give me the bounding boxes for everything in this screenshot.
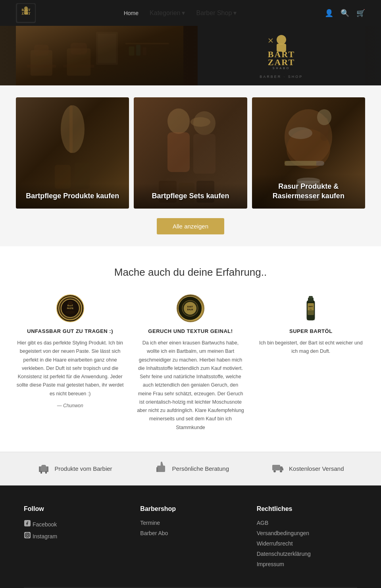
svg-point-3: [24, 6, 28, 10]
hero-barber-background: [16, 26, 183, 85]
svg-rect-10: [63, 65, 94, 68]
hero-logo-right: BART ZART SHABO BARBER · SHOP: [198, 26, 365, 85]
categories-grid: Bartpflege Produkte kaufen: [16, 97, 365, 209]
svg-point-35: [190, 117, 210, 127]
category-label-3: Rasur Produkte & Rasiermesser kaufen: [260, 182, 357, 201]
search-icon[interactable]: 🔍: [341, 9, 349, 17]
cart-icon[interactable]: 🛒: [356, 9, 365, 17]
testimonial-1: BART PASTE UNFASSBAR GUT ZU TRAGEN :) Hi…: [16, 294, 124, 432]
instagram-icon: [24, 532, 31, 539]
svg-rect-68: [47, 466, 48, 472]
footer-widerrufsrecht-link[interactable]: Widerrufsrecht: [257, 540, 357, 547]
svg-point-79: [29, 533, 29, 534]
svg-rect-12: [98, 34, 116, 63]
footer-datenschutz-link[interactable]: Datenschutzerklärung: [257, 551, 357, 557]
nav-barber-shop[interactable]: Barber Shop ▾: [196, 9, 237, 17]
chevron-down-icon: ▾: [182, 9, 185, 17]
category-card-bartpflege-produkte[interactable]: Bartpflege Produkte kaufen: [16, 97, 129, 209]
footer-barber-abo-link[interactable]: Barber Abo: [140, 530, 241, 536]
footer-instagram-link[interactable]: Instagram: [24, 532, 124, 540]
svg-text:PASTE: PASTE: [67, 307, 74, 309]
svg-rect-7: [27, 65, 56, 68]
category-overlay-2: Bartpflege Sets kaufen: [134, 184, 247, 209]
svg-rect-71: [156, 467, 158, 472]
svg-rect-60: [309, 296, 313, 298]
svg-text:BART: BART: [188, 306, 193, 308]
footer-termine-link[interactable]: Termine: [140, 520, 241, 526]
testimonial-product-image-3: BART ÖL: [301, 294, 321, 322]
svg-point-51: [68, 301, 73, 306]
footer-follow-heading: Follow: [24, 505, 124, 513]
testimonials-grid: BART PASTE UNFASSBAR GUT ZU TRAGEN :) Hi…: [16, 294, 365, 432]
testimonial-heading-3: SUPER BARTÖL: [257, 328, 365, 334]
svg-point-17: [277, 35, 286, 44]
feature-beratung-label: Persönliche Beratung: [172, 465, 229, 472]
feature-barbier: Produkte vom Barbier: [37, 461, 112, 476]
svg-rect-69: [40, 471, 42, 474]
category-label-1: Bartpflege Produkte kaufen: [24, 191, 121, 201]
logo-icon: BART ZART: [16, 3, 36, 23]
feature-beratung: Persönliche Beratung: [155, 461, 229, 476]
facebook-icon: [24, 520, 31, 527]
alle-anzeigen-wrapper: Alle anzeigen: [16, 218, 365, 234]
footer: Follow Facebook: [0, 485, 381, 588]
logo[interactable]: BART ZART: [16, 3, 36, 23]
testimonial-product-image-2: BART BALM: [177, 294, 204, 322]
svg-rect-16: [143, 47, 146, 55]
alle-anzeigen-button[interactable]: Alle anzeigen: [157, 218, 224, 234]
footer-barbershop: Barbershop Termine Barber Abo: [140, 505, 241, 571]
svg-rect-15: [136, 44, 140, 56]
testimonial-text-2: Da ich eher einen krausen Bartwuchs habe…: [136, 339, 244, 432]
category-card-bartpflege-sets[interactable]: Bartpflege Sets kaufen: [134, 97, 247, 209]
feature-versand-label: Kostenloser Versand: [289, 465, 344, 472]
footer-rechtliches: Rechtliches AGB Versandbedingungen Wider…: [257, 505, 357, 571]
testimonial-text-1: Hier gibt es das perfekte Styling Produk…: [16, 339, 124, 398]
footer-rechtliches-heading: Rechtliches: [257, 505, 357, 513]
svg-rect-6: [34, 44, 49, 56]
svg-rect-4: [24, 10, 28, 14]
footer-versandbedingungen-link[interactable]: Versandbedingungen: [257, 530, 357, 536]
svg-point-31: [167, 108, 190, 134]
footer-grid: Follow Facebook: [24, 505, 357, 571]
svg-rect-25: [69, 105, 73, 153]
testimonial-text-3: Ich bin begeistert, der Bart ist echt we…: [257, 339, 365, 356]
nav-icons: 👤 🔍 🛒: [325, 9, 365, 17]
testimonial-3: BART ÖL SUPER BARTÖL Ich bin begeistert,…: [257, 294, 365, 432]
footer-facebook-link[interactable]: Facebook: [24, 520, 124, 528]
svg-text:SHABO: SHABO: [273, 67, 291, 70]
categories-section: Bartpflege Produkte kaufen: [0, 85, 381, 246]
nav-kategorien[interactable]: Kategorien ▾: [150, 9, 185, 17]
product-circle-1: BART PASTE: [58, 296, 82, 320]
footer-impressum-link[interactable]: Impressum: [257, 561, 357, 567]
truck-icon: [271, 461, 284, 476]
svg-rect-9: [71, 43, 87, 54]
user-icon[interactable]: 👤: [325, 9, 333, 17]
testimonial-heading-2: GERUCH UND TEXTUR GEINAL!: [136, 328, 244, 334]
testimonial-heading-1: UNFASSBAR GUT ZU TRAGEN :): [16, 328, 124, 334]
svg-text:BART: BART: [309, 306, 314, 308]
svg-rect-13: [125, 43, 169, 44]
category-card-rasur[interactable]: Rasur Produkte & Rasiermesser kaufen: [252, 97, 365, 209]
svg-text:BALM: BALM: [187, 308, 193, 311]
svg-rect-64: [307, 310, 315, 320]
features-bar: Produkte vom Barbier Persönliche Beratun…: [0, 452, 381, 485]
svg-point-74: [280, 470, 282, 472]
svg-rect-67: [39, 466, 40, 472]
nav-home[interactable]: Home: [124, 10, 139, 16]
svg-text:ÖL: ÖL: [310, 308, 312, 310]
svg-rect-66: [41, 465, 46, 468]
chevron-down-icon: ▾: [233, 9, 237, 17]
testimonials-section: Mache auch du deine Erfahrung.. BART PAS…: [0, 246, 381, 452]
nav-links: Home Kategorien ▾ Barber Shop ▾: [124, 9, 237, 17]
footer-follow: Follow Facebook: [24, 505, 124, 571]
footer-agb-link[interactable]: AGB: [257, 520, 357, 526]
footer-instagram-label: Instagram: [33, 533, 57, 540]
svg-point-42: [317, 109, 331, 125]
testimonial-author-1: — Chunwon: [16, 403, 124, 408]
svg-point-73: [273, 470, 276, 472]
category-overlay-3: Rasur Produkte & Rasiermesser kaufen: [252, 174, 365, 209]
testimonials-title: Mache auch du deine Erfahrung..: [16, 266, 365, 279]
thumbs-up-icon: [155, 461, 167, 476]
footer-facebook-label: Facebook: [33, 521, 57, 528]
hero-banner: BART ZART SHABO BARBER · SHOP: [0, 26, 381, 85]
